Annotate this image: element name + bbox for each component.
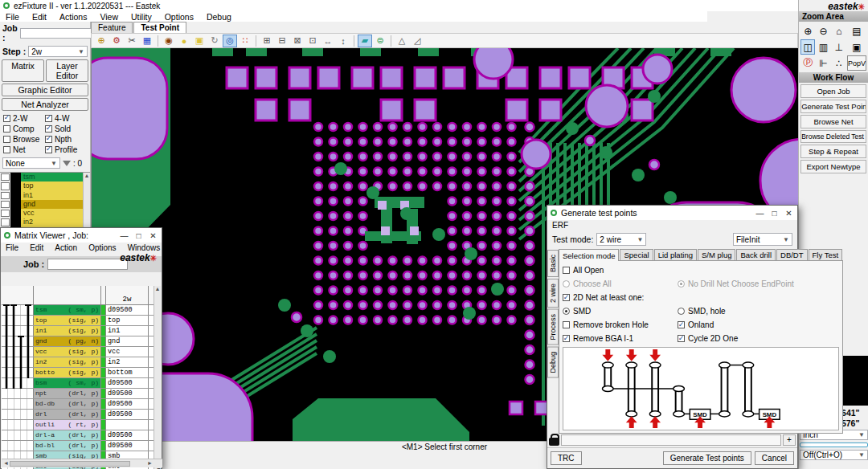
no-drill-radio[interactable]: No Drill Net Choose EndPoint — [678, 279, 794, 288]
mv-menu-file[interactable]: File — [1, 243, 23, 252]
oval-pad-icon[interactable]: ⊜ — [373, 35, 387, 47]
trc-button[interactable]: TRC — [551, 451, 582, 465]
matrix-row-in2[interactable]: in2(sig, p)in2 — [2, 357, 155, 368]
add-round-pad-icon[interactable]: ● — [177, 35, 191, 47]
matrix-row-top[interactable]: top(sig, p)top — [2, 316, 155, 326]
tab-selection-mode[interactable]: Selection mode — [559, 249, 619, 261]
tab-db-dt[interactable]: DB/DT — [776, 249, 808, 260]
smd-hole-radio[interactable]: SMD, hole — [678, 307, 726, 316]
measure-ruler-icon[interactable]: ▥ — [816, 39, 830, 55]
tab-special[interactable]: Special — [620, 249, 653, 260]
side-tab-2-wire[interactable]: 2 wire — [547, 279, 559, 308]
open-job-button[interactable]: Open Job — [800, 84, 866, 98]
list-scrollbar[interactable] — [83, 191, 90, 200]
matrix-row-bd-bl[interactable]: bd-bl(drl, p)d09500 — [2, 441, 155, 451]
matrix-row-bsm[interactable]: bsm( sm, p)d09500 — [2, 378, 155, 389]
popv-button[interactable]: PopV — [847, 55, 866, 71]
matrix-row-drl-a[interactable]: drl-a(drl, p)d09500 — [2, 430, 155, 441]
toggle-browse[interactable]: Browse — [3, 134, 45, 144]
generate-testpoints-button[interactable]: Generate Test points — [663, 451, 751, 465]
list-scrollbar[interactable] — [83, 209, 90, 218]
mv-menu-options[interactable]: Options — [84, 243, 121, 252]
matrix-button[interactable]: Matrix — [2, 59, 44, 82]
auto-pad-icon[interactable]: ⊟ — [275, 35, 289, 47]
menu-utility[interactable]: Utility — [125, 12, 158, 22]
menu-actions[interactable]: Actions — [54, 12, 92, 22]
matrix-row-botto[interactable]: botto(sig, p)bottom — [2, 368, 155, 378]
cancel-button[interactable]: Cancel — [755, 451, 794, 465]
layer-row-vcc[interactable]: vcc — [0, 209, 90, 218]
toggle-net[interactable]: Net — [3, 145, 45, 154]
matrix-row-gnd[interactable]: gnd( pg, n)gnd — [2, 336, 155, 347]
tab-s-m-plug[interactable]: S/M plug — [698, 249, 736, 260]
net-analyzer-button[interactable]: Net Analyzer — [2, 98, 88, 111]
net-pad-icon[interactable]: ⊠ — [290, 35, 305, 47]
smd-radio[interactable]: SMD — [563, 307, 678, 316]
tab-lid-plating[interactable]: Lid plating — [654, 249, 697, 260]
matrix-row-npt[interactable]: npt(drl, p)d09500 — [2, 389, 155, 399]
mv-job-input[interactable] — [47, 259, 128, 270]
move-pad-icon[interactable]: ⊞ — [260, 35, 274, 47]
export-newtype-button[interactable]: Export Newtype — [800, 160, 866, 173]
list-scrollbar[interactable] — [83, 181, 90, 190]
remove-bga-checkbox[interactable]: Remove BGA I-1 — [563, 334, 678, 343]
matrix-row-vcc[interactable]: vcc(sig, p)vcc — [2, 347, 155, 357]
menu-options[interactable]: Options — [159, 12, 199, 22]
zoom-window-icon[interactable]: ◫ — [800, 39, 815, 55]
mv-menu-windows[interactable]: Windows — [123, 243, 166, 252]
list-scrollbar[interactable]: ▲ — [83, 173, 90, 181]
onland-checkbox[interactable]: Onland — [678, 320, 714, 329]
mv-menu-action[interactable]: Action — [50, 243, 82, 252]
matrix-row-in1[interactable]: in1(sig, p)in1 — [2, 326, 155, 336]
matrix-viewer-titlebar[interactable]: Matrix Viewer , Job: — □ ✕ — [1, 228, 162, 243]
remove-broken-hole-checkbox[interactable]: Remove broken Hole — [563, 320, 678, 329]
report-page-icon[interactable]: ▣ — [847, 39, 866, 55]
matrix-row-drl[interactable]: drl(drl, p)d09500 — [2, 410, 155, 420]
dialog-menu-erf[interactable]: ERF — [547, 221, 573, 230]
toggle-comp[interactable]: Comp — [3, 124, 45, 133]
file-init-select[interactable]: FileInit▼ — [733, 233, 792, 246]
matrix-row-outli[interactable]: outli( rt, p) — [2, 420, 155, 430]
menu-file[interactable]: File — [0, 12, 25, 22]
layer-checkbox[interactable] — [1, 182, 10, 190]
layer-row-in2[interactable]: in2 — [0, 218, 90, 226]
layer-row-in1[interactable]: in1 — [0, 191, 90, 200]
side-tab-debug[interactable]: Debug — [547, 347, 559, 378]
maximize-button[interactable]: □ — [133, 231, 144, 240]
layer-checkbox[interactable] — [1, 192, 10, 199]
log-page-icon[interactable]: ▤ — [847, 23, 866, 39]
swap-pads-icon[interactable]: ↻ — [207, 35, 222, 47]
tab-feature[interactable]: Feature — [91, 22, 133, 33]
layer-checkbox[interactable] — [1, 201, 10, 208]
add-thermal-pad-icon[interactable]: ◉ — [162, 35, 176, 47]
layer-row-top[interactable]: top — [0, 181, 90, 190]
matrix-row-tsm[interactable]: tsm( sm, p)d09500 — [2, 305, 155, 316]
side-tab-process[interactable]: Process — [547, 309, 559, 345]
highlight-select[interactable]: None▼ — [2, 157, 60, 169]
list-scrollbar[interactable] — [83, 200, 90, 209]
dialog-titlebar[interactable]: Generate test points — □ ✕ — [547, 206, 797, 220]
2d-net-checkbox[interactable]: 2D Net at least one: — [563, 293, 644, 302]
cut-trace-icon[interactable]: ✂ — [125, 35, 139, 47]
toggle-npth[interactable]: Npth — [45, 134, 87, 144]
generate-test-point-button[interactable]: Generate Test Point — [800, 100, 866, 113]
browse-deleted-test-point-button[interactable]: Browse Deleted Test Point — [800, 130, 866, 143]
multi-probe-icon[interactable]: ∷ — [238, 35, 252, 47]
probe-structure-icon[interactable]: ⊥ — [832, 39, 846, 55]
zoom-out-icon[interactable]: ⊖ — [816, 23, 830, 39]
toggle-4-w[interactable]: 4-W — [45, 113, 87, 123]
layer-editor-button[interactable]: Layer Editor — [46, 59, 88, 82]
list-scrollbar[interactable] — [83, 218, 90, 226]
menu-edit[interactable]: Edit — [27, 12, 52, 22]
toggle-2-w[interactable]: 2-W — [3, 113, 45, 123]
tab-fly-test[interactable]: Fly Test — [809, 249, 843, 260]
add-rect-pad-icon[interactable]: ▣ — [192, 35, 207, 47]
toggle-sold[interactable]: Sold — [45, 124, 87, 133]
tab-test-point[interactable]: Test Point — [133, 22, 186, 33]
menu-debug[interactable]: Debug — [201, 12, 237, 22]
minimize-button[interactable]: — — [755, 209, 765, 218]
test-mode-select[interactable]: 2 wire▼ — [596, 233, 646, 246]
mv-horizontal-scrollbar[interactable]: ◄► — [2, 459, 162, 467]
pick-testpoint-icon[interactable]: ⊕ — [94, 35, 108, 47]
fake-pad-icon[interactable]: ↕ — [336, 35, 350, 47]
